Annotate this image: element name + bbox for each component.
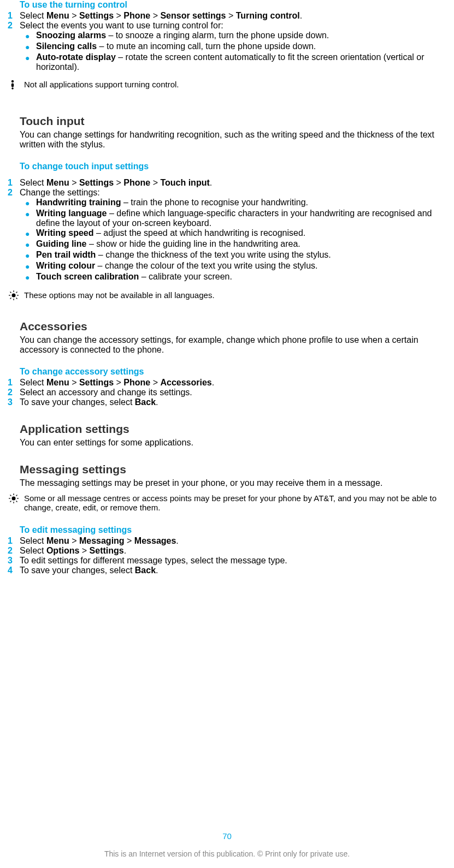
bullet-text: Writing colour – change the colour of th…	[36, 261, 449, 271]
text: Select	[20, 536, 46, 545]
text: – calibrate your screen.	[139, 272, 232, 281]
gt: >	[114, 11, 123, 20]
section-title-accessory-settings: To change accessory settings	[20, 367, 449, 377]
step-text: Select Menu > Messaging > Messages.	[20, 536, 449, 546]
step-number: 2	[8, 388, 20, 397]
step-2: 2 Change the settings:	[8, 188, 449, 198]
heading-application-settings: Application settings	[20, 423, 449, 436]
settings-label: Settings	[79, 178, 114, 187]
phone-label: Phone	[123, 378, 150, 387]
heading-touch-input: Touch input	[20, 115, 449, 128]
label: Guiding line	[36, 239, 86, 248]
bullet-text: Guiding line – show or hide the guiding …	[36, 239, 449, 249]
label: Pen trail width	[36, 250, 96, 259]
bullet-icon: ●	[25, 272, 36, 283]
settings-label: Settings	[79, 11, 114, 20]
svg-point-0	[11, 80, 14, 82]
text: To save your changes, select	[20, 397, 135, 407]
gt: >	[125, 536, 134, 545]
text: – train the phone to recognise your hand…	[121, 198, 308, 207]
paragraph: You can change the accessory settings, f…	[20, 335, 449, 355]
label: Writing language	[36, 209, 107, 218]
footer-text: This is an Internet version of this publ…	[0, 849, 454, 858]
options-label: Options	[46, 546, 79, 555]
messaging-label: Messaging	[79, 536, 125, 545]
note-text: Some or all message centres or access po…	[24, 494, 449, 512]
bullet-text: Pen trail width – change the thickness o…	[36, 250, 449, 260]
svg-line-18	[16, 501, 17, 502]
step-number: 1	[8, 11, 20, 21]
settings-label: Settings	[79, 378, 114, 387]
bullet-item: ● Silencing calls – to mute an incoming …	[25, 41, 449, 52]
step-text: Change the settings:	[20, 188, 449, 198]
svg-line-19	[10, 501, 11, 502]
step-1: 1 Select Menu > Settings > Phone > Acces…	[8, 378, 449, 388]
phone-label: Phone	[123, 178, 150, 187]
step-text: To edit settings for different message t…	[20, 556, 449, 566]
step-number: 3	[8, 397, 20, 407]
label: Writing speed	[36, 228, 94, 237]
label: Writing colour	[36, 261, 95, 270]
step-text: Select an accessory and change its setti…	[20, 388, 449, 397]
text: – change the colour of the text you writ…	[95, 261, 317, 270]
gt: >	[150, 11, 160, 20]
bullet-icon: ●	[25, 31, 36, 41]
step-number: 1	[8, 378, 20, 388]
step-4: 4 To save your changes, select Back.	[8, 566, 449, 575]
section-title-turning-control: To use the turning control	[20, 0, 449, 10]
menu-label: Menu	[46, 536, 69, 545]
step-1: 1 Select Menu > Messaging > Messages.	[8, 536, 449, 546]
back-label: Back	[135, 397, 156, 407]
text: – to snooze a ringing alarm, turn the ph…	[106, 31, 329, 40]
text: Select	[20, 546, 46, 555]
label: Handwriting training	[36, 198, 121, 207]
svg-rect-1	[11, 84, 14, 87]
step-2: 2 Select the events you want to use turn…	[8, 21, 449, 31]
step-2: 2 Select Options > Settings.	[8, 546, 449, 556]
step-text: To save your changes, select Back.	[20, 566, 449, 575]
step-text: Select Menu > Settings > Phone > Touch i…	[20, 178, 449, 188]
bullet-text: Auto-rotate display – rotate the screen …	[36, 52, 449, 72]
text: – show or hide the guiding line in the h…	[86, 239, 300, 248]
gt: >	[69, 178, 79, 187]
bullet-item: ● Snoozing alarms – to snooze a ringing …	[25, 31, 449, 41]
bullet-item: ●Writing speed – adjust the speed at whi…	[25, 228, 449, 239]
gt: >	[150, 178, 160, 187]
back-label: Back	[135, 566, 156, 575]
text: – change the thickness of the text you w…	[96, 250, 331, 259]
bullet-item: ●Handwriting training – train the phone …	[25, 198, 449, 209]
bullet-icon: ●	[25, 250, 36, 261]
bullet-item: ●Writing colour – change the colour of t…	[25, 261, 449, 272]
text: .	[300, 11, 302, 20]
text: .	[212, 378, 214, 387]
step-number: 1	[8, 178, 20, 188]
step-number: 2	[8, 546, 20, 556]
svg-line-20	[16, 495, 17, 496]
bullet-icon: ●	[25, 52, 36, 63]
lightbulb-icon	[9, 290, 24, 302]
bullet-item: ●Guiding line – show or hide the guiding…	[25, 239, 449, 250]
step-number: 2	[8, 21, 20, 31]
bullet-icon: ●	[25, 41, 36, 52]
step-text: Select Options > Settings.	[20, 546, 449, 556]
text: To save your changes, select	[20, 566, 135, 575]
touch-input-label: Touch input	[160, 178, 209, 187]
bullet-icon: ●	[25, 198, 36, 209]
section-title-touch-input: To change touch input settings	[20, 162, 449, 171]
text: .	[176, 536, 178, 545]
gt: >	[69, 11, 79, 20]
gt: >	[114, 378, 123, 387]
gt: >	[114, 178, 123, 187]
menu-label: Menu	[46, 178, 69, 187]
paragraph: You can change settings for handwriting …	[20, 130, 449, 150]
svg-line-8	[10, 292, 11, 293]
svg-point-12	[12, 497, 16, 501]
step-text: Select Menu > Settings > Phone > Sensor …	[20, 11, 449, 21]
text: .	[156, 397, 158, 407]
svg-point-2	[11, 87, 14, 90]
bullet-text: Writing speed – adjust the speed at whic…	[36, 228, 449, 238]
bullet-icon: ●	[25, 239, 36, 250]
bullet-text: Snoozing alarms – to snooze a ringing al…	[36, 31, 449, 40]
bullet-text: Handwriting training – train the phone t…	[36, 198, 449, 207]
text: Select	[20, 378, 46, 387]
